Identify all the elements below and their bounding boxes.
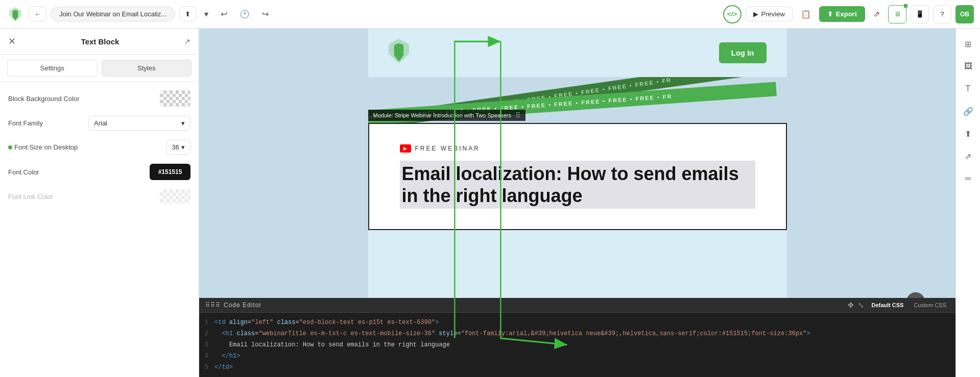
redo-icon: ↪ (262, 9, 269, 19)
back-button[interactable]: ← (29, 7, 46, 21)
line-number: 1 (199, 317, 214, 328)
main-toolbar: ← Join Our Webinar on Email Localiz... ⬆… (0, 0, 980, 29)
font-family-select[interactable]: Arial ▾ (88, 116, 190, 131)
code-editor-lines: 1 <td align="left" class="esd-block-text… (199, 313, 955, 377)
right-panel-share-button[interactable]: ⇗ (959, 147, 977, 165)
redo-button[interactable]: ↪ (258, 6, 273, 22)
active-dot (8, 145, 12, 149)
right-panel-text-button[interactable]: T (959, 80, 977, 98)
avatar[interactable]: OB (955, 5, 974, 23)
preview-button[interactable]: ▶ Preview (746, 7, 793, 21)
move-icon-btn[interactable]: ✥ (848, 301, 854, 309)
mobile-view-button[interactable]: 📱 (911, 5, 929, 23)
code-editor-controls: ✥ ⤡ Default CSS Custom CSS (848, 301, 949, 309)
drag-dots-icon: ⠿⠿⠿ (205, 301, 221, 309)
code-editor: ⠿⠿⠿ Code Editor ✥ ⤡ Default CSS Custom C… (199, 298, 955, 377)
title-button[interactable]: Join Our Webinar on Email Localiz... (51, 7, 175, 21)
panel-title: Text Block (81, 37, 119, 46)
preview-icon: ▶ (753, 10, 758, 18)
font-color-value: #151515 (158, 168, 182, 175)
dropdown-button[interactable]: ▾ (200, 6, 212, 22)
chevron-down-icon: ▾ (181, 119, 185, 127)
right-panel-link-button[interactable]: 🔗 (959, 102, 977, 120)
content-section[interactable]: ▶ FREE WEBINAR Email localization: How t… (368, 123, 787, 230)
block-bg-color-swatch[interactable] (160, 90, 190, 107)
font-family-value: Arial (94, 119, 107, 127)
export-label: Export (836, 10, 857, 18)
module-bar: Module: Stripe Webinar Introduction with… (368, 110, 525, 121)
panel-tabs: Settings Styles (0, 55, 199, 82)
logo (6, 5, 25, 23)
left-panel: ✕ Text Block ↗ Settings Styles Block Bac… (0, 29, 199, 377)
extra-label: Font Link Color (8, 193, 53, 200)
toolbar-right: 🖥 📱 ? OB (888, 5, 974, 23)
module-label: Module: Stripe Webinar Introduction with… (373, 112, 511, 118)
export-icon: ⬆ (827, 10, 833, 18)
divider-icon: ═ (965, 174, 971, 183)
right-panel-layout-button[interactable]: ⬆ (959, 124, 977, 143)
back-icon: ← (34, 10, 41, 18)
image-icon: 🖼 (964, 62, 972, 71)
panel-close-button[interactable]: ✕ (8, 36, 16, 47)
expand-icon-btn[interactable]: ⤡ (858, 301, 864, 309)
tab-styles[interactable]: Styles (102, 60, 192, 77)
panel-expand-button[interactable]: ↗ (184, 37, 190, 45)
right-panel-image-button[interactable]: 🖼 (959, 57, 977, 76)
code-icon: </> (727, 10, 737, 18)
link-icon: 🔗 (963, 107, 973, 116)
extra-color-row: Font Link Color (8, 189, 190, 204)
font-size-label-group: Font Size on Desktop (8, 143, 78, 151)
panel-body: Block Background Color Font Family Arial… (0, 82, 199, 377)
desktop-view-button[interactable]: 🖥 (888, 5, 906, 23)
drag-icon[interactable]: ⠿ (515, 111, 520, 119)
font-size-row: Font Size on Desktop 36 ▾ (8, 140, 190, 155)
email-header: Log In (368, 29, 787, 77)
tab-settings[interactable]: Settings (7, 60, 98, 77)
clipboard-button[interactable]: 📋 (797, 6, 815, 22)
code-line-3: 3 Email localization: How to send emails… (199, 339, 955, 350)
share-icon: ⇗ (965, 152, 971, 161)
right-panel-divider-button[interactable]: ═ (959, 169, 977, 188)
desktop-icon: 🖥 (894, 10, 901, 18)
block-bg-color-label: Block Background Color (8, 95, 79, 103)
font-color-swatch[interactable]: #151515 (150, 164, 190, 180)
font-size-label: Font Size on Desktop (14, 143, 78, 151)
tab-custom-css[interactable]: Custom CSS (911, 301, 949, 309)
right-panel: ⊞ 🖼 T 🔗 ⬆ ⇗ ═ (955, 29, 980, 377)
upload-button[interactable]: ⬆ (179, 7, 196, 21)
help-button[interactable]: ? (933, 5, 951, 23)
email-logo-icon (389, 39, 409, 67)
line-number: 5 (199, 362, 214, 373)
layout-icon: ⬆ (965, 129, 971, 139)
right-panel-grid-button[interactable]: ⊞ (959, 35, 977, 53)
extra-swatch[interactable] (160, 189, 190, 204)
youtube-icon: ▶ (400, 144, 411, 153)
text-icon: T (966, 84, 971, 93)
grid-icon: ⊞ (965, 39, 971, 49)
upload-icon: ⬆ (185, 10, 190, 18)
share-button[interactable]: ⇗ (869, 6, 884, 22)
clipboard-icon: 📋 (801, 9, 811, 19)
ribbon-container: • FREE • FREE • FREE • FREE • FREE • FRE… (368, 77, 787, 123)
history-icon: 🕐 (240, 9, 250, 19)
code-line-2: 2 <h1 class="webinarTitle es-m-txt-c es-… (199, 328, 955, 339)
headline-text[interactable]: Email localization: How to send emails i… (400, 161, 755, 209)
font-color-row: Font Color #151515 (8, 164, 190, 180)
font-size-select[interactable]: 36 ▾ (166, 140, 190, 155)
history-button[interactable]: 🕐 (235, 6, 254, 22)
tab-default-css[interactable]: Default CSS (868, 301, 906, 309)
line-number: 4 (199, 350, 214, 362)
line-number: 2 (199, 328, 214, 339)
email-login-button[interactable]: Log In (719, 42, 767, 63)
mobile-icon: 📱 (916, 10, 924, 18)
help-icon: ? (940, 10, 944, 18)
code-editor-button[interactable]: </> (723, 5, 742, 23)
webinar-badge-row: ▶ FREE WEBINAR (400, 144, 755, 153)
line-number: 3 (199, 339, 214, 350)
export-button[interactable]: ⬆ Export (819, 6, 865, 22)
code-line-5: 5 </td> (199, 362, 955, 373)
code-editor-tabs: Default CSS Custom CSS (868, 301, 949, 309)
undo-button[interactable]: ↩ (217, 6, 231, 22)
share-icon: ⇗ (873, 9, 880, 19)
webinar-badge: FREE WEBINAR (415, 145, 480, 152)
